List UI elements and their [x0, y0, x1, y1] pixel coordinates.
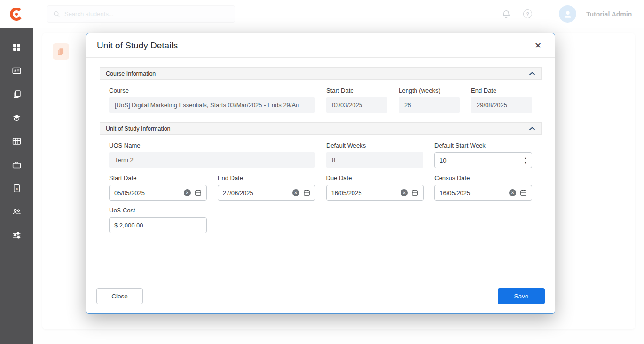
start-date-label: Start Date — [109, 174, 207, 181]
calendar-icon[interactable] — [195, 189, 202, 196]
field-default-weeks: Default Weeks 8 — [326, 142, 423, 168]
default-weeks-label: Default Weeks — [326, 142, 423, 149]
field-start-date-ro: Start Date 03/03/2025 — [326, 87, 387, 113]
field-default-start-week: Default Start Week 10 ▲ ▼ — [434, 142, 532, 168]
dashboard-icon[interactable] — [11, 42, 22, 52]
clear-glyph: ✕ — [186, 190, 189, 195]
section-unit-of-study-information[interactable]: Unit of Study Information — [100, 122, 542, 135]
sidebar: S — [0, 0, 33, 344]
svg-text:S: S — [15, 186, 17, 190]
due-date-input[interactable]: 16/05/2025 ✕ — [326, 185, 424, 201]
length-weeks-label: Length (weeks) — [399, 87, 460, 94]
field-uos-cost: UoS Cost $ 2,000.00 — [109, 207, 207, 233]
course-input: [UoS] Digital Marketing Essentials, Star… — [109, 97, 315, 113]
modal-header: Unit of Study Details ✕ — [86, 33, 555, 58]
chevron-up-icon[interactable] — [529, 72, 535, 76]
course-label: Course — [109, 87, 315, 94]
course-information-body: Course [UoS] Digital Marketing Essential… — [100, 80, 542, 122]
field-end-date: End Date 27/06/2025 ✕ — [218, 174, 315, 201]
uos-cost-value: $ 2,000.00 — [114, 222, 202, 229]
clear-glyph: ✕ — [511, 190, 514, 195]
uos-cost-input[interactable]: $ 2,000.00 — [109, 217, 207, 233]
field-start-date: Start Date 05/05/2025 ✕ — [109, 174, 207, 201]
close-button[interactable]: Close — [96, 288, 143, 304]
field-due-date: Due Date 16/05/2025 ✕ — [326, 174, 424, 201]
clear-glyph: ✕ — [294, 190, 297, 195]
default-start-week-label: Default Start Week — [434, 142, 532, 149]
contact-card-icon[interactable] — [11, 65, 22, 76]
calendar-icon[interactable] — [520, 189, 527, 196]
clear-icon[interactable]: ✕ — [401, 189, 408, 196]
clear-icon[interactable]: ✕ — [509, 189, 516, 196]
stepper-up-icon[interactable]: ▲ — [524, 157, 527, 160]
uos-name-label: UOS Name — [109, 142, 315, 149]
default-start-week-value: 10 — [440, 157, 520, 164]
start-date-value: 03/03/2025 — [332, 102, 362, 109]
sidebar-nav: S — [0, 28, 33, 240]
graduation-cap-icon[interactable] — [11, 112, 22, 123]
calendar-icon[interactable] — [411, 189, 418, 196]
number-stepper: ▲ ▼ — [524, 157, 527, 164]
start-date-input[interactable]: 05/05/2025 ✕ — [109, 185, 207, 201]
modal-body: Course Information Course [UoS] Digital … — [86, 58, 555, 247]
due-date-value: 16/05/2025 — [331, 189, 397, 196]
length-weeks-value: 26 — [404, 102, 411, 109]
clear-icon[interactable]: ✕ — [292, 189, 299, 196]
due-date-label: Due Date — [326, 174, 424, 181]
sliders-icon[interactable] — [11, 230, 22, 240]
default-start-week-input[interactable]: 10 ▲ ▼ — [434, 152, 532, 168]
people-icon[interactable] — [11, 206, 22, 217]
clear-glyph: ✕ — [402, 190, 406, 195]
end-date-input: 29/08/2025 — [471, 97, 532, 113]
app-logo-icon — [8, 6, 24, 22]
field-course: Course [UoS] Digital Marketing Essential… — [109, 87, 315, 113]
default-weeks-input: 8 — [326, 152, 423, 168]
briefcase-icon[interactable] — [11, 159, 22, 170]
uos-name-input: Term 2 — [109, 152, 315, 168]
end-date-input[interactable]: 27/06/2025 ✕ — [218, 185, 315, 201]
save-button[interactable]: Save — [498, 288, 545, 304]
uos-cost-label: UoS Cost — [109, 207, 207, 214]
field-uos-name: UOS Name Term 2 — [109, 142, 315, 168]
length-weeks-input: 26 — [399, 97, 460, 113]
modal-footer: Close Save — [96, 288, 545, 304]
start-date-label: Start Date — [326, 87, 387, 94]
end-date-value: 27/06/2025 — [223, 189, 289, 196]
start-date-value: 05/05/2025 — [114, 189, 180, 196]
stepper-down-icon[interactable]: ▼ — [524, 161, 527, 164]
modal-title: Unit of Study Details — [97, 40, 178, 51]
census-date-value: 16/05/2025 — [440, 189, 505, 196]
calendar-icon[interactable] — [303, 189, 310, 196]
clear-icon[interactable]: ✕ — [184, 189, 191, 196]
end-date-label: End Date — [471, 87, 532, 94]
section-title: Unit of Study Information — [106, 125, 171, 132]
unit-of-study-modal: Unit of Study Details ✕ Course Informati… — [86, 33, 555, 314]
section-course-information[interactable]: Course Information — [100, 67, 542, 80]
documents-icon[interactable] — [11, 89, 22, 99]
field-length-weeks: Length (weeks) 26 — [399, 87, 460, 113]
field-end-date-ro: End Date 29/08/2025 — [471, 87, 532, 113]
field-census-date: Census Date 16/05/2025 ✕ — [434, 174, 532, 201]
chevron-up-icon[interactable] — [529, 127, 535, 131]
end-date-value: 29/08/2025 — [477, 102, 507, 109]
app-logo[interactable] — [0, 0, 33, 28]
start-date-input: 03/03/2025 — [326, 97, 387, 113]
uos-information-body: UOS Name Term 2 Default Weeks 8 Default … — [100, 135, 542, 247]
close-icon[interactable]: ✕ — [532, 39, 544, 53]
table-icon[interactable] — [11, 136, 22, 146]
statement-icon[interactable]: S — [11, 183, 22, 193]
section-title: Course Information — [106, 70, 156, 77]
end-date-label: End Date — [218, 174, 315, 181]
census-date-input[interactable]: 16/05/2025 ✕ — [434, 185, 532, 201]
census-date-label: Census Date — [434, 174, 532, 181]
uos-name-value: Term 2 — [115, 156, 134, 164]
course-value: [UoS] Digital Marketing Essentials, Star… — [115, 102, 299, 109]
default-weeks-value: 8 — [332, 156, 335, 164]
